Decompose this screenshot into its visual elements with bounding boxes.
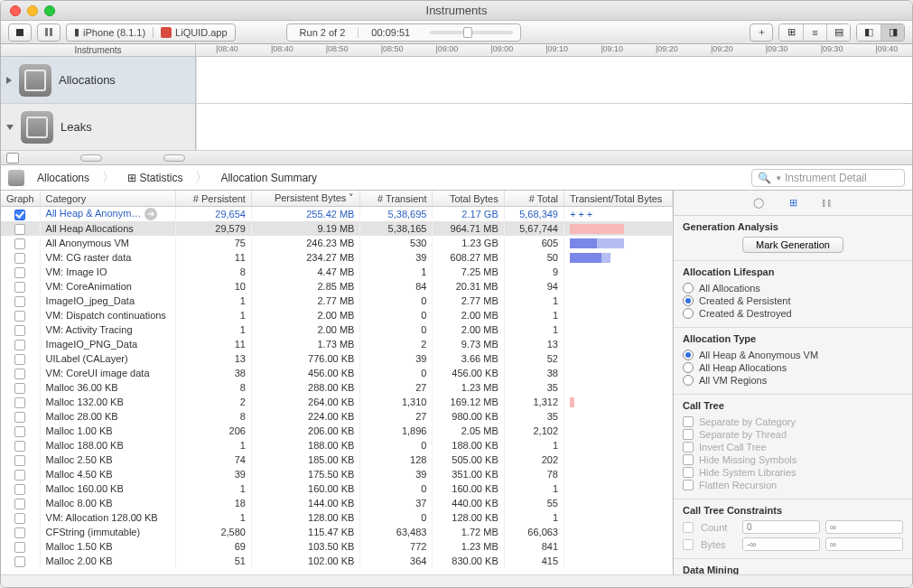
strategy-view-2[interactable]: ≡	[803, 24, 826, 41]
column-header[interactable]: Transient/Total Bytes	[564, 191, 673, 207]
column-header[interactable]: Persistent Bytes ˅	[251, 191, 360, 207]
table-row[interactable]: All Heap & Anonym…➜29,654255.42 MB5,38,6…	[1, 207, 673, 222]
run-label[interactable]: Run 2 of 2	[287, 27, 359, 38]
disclosure-icon[interactable]	[6, 125, 14, 130]
table-row[interactable]: Malloc 132.00 KB2264.00 KB1,310169.12 MB…	[1, 395, 673, 409]
radio-option[interactable]: All Allocations	[683, 282, 903, 294]
strategy-view-1[interactable]: ⊞	[779, 24, 803, 41]
graph-checkbox[interactable]	[14, 542, 25, 553]
graph-checkbox[interactable]	[14, 296, 25, 307]
toggle-left-panel[interactable]: ◧	[857, 24, 880, 41]
column-header[interactable]: Category	[40, 191, 175, 207]
table-row[interactable]: Malloc 4.50 KB39175.50 KB39351.00 KB78	[1, 467, 673, 481]
graph-checkbox[interactable]	[14, 340, 25, 350]
table-row[interactable]: Malloc 8.00 KB18144.00 KB37440.00 KB55	[1, 496, 673, 510]
graph-checkbox[interactable]	[14, 224, 25, 235]
constraint-min-input[interactable]	[742, 520, 820, 534]
table-row[interactable]: All Anonymous VM75246.23 MB5301.23 GB605	[1, 236, 673, 250]
graph-checkbox[interactable]	[14, 426, 25, 437]
inspector-tab-extended[interactable]: ⫿⫿	[820, 195, 834, 210]
table-row[interactable]: All Heap Allocations29,5799.19 MB5,38,16…	[1, 221, 673, 236]
column-header[interactable]: Graph	[1, 191, 40, 207]
crumb-instrument[interactable]: Allocations	[30, 172, 97, 184]
record-stop-button[interactable]	[8, 23, 32, 42]
inspector-tab-record[interactable]: ◯	[751, 195, 766, 210]
column-header[interactable]: # Transient	[360, 191, 433, 207]
inspector-tab-display[interactable]: ⊞	[786, 195, 800, 210]
table-row[interactable]: UILabel (CALayer)13776.00 KB393.66 MB52	[1, 351, 673, 366]
constraint-max-input[interactable]	[825, 537, 903, 551]
table-row[interactable]: Malloc 1.50 KB69103.50 KB7721.23 MB841	[1, 539, 673, 554]
table-row[interactable]: VM: Image IO84.47 MB17.25 MB9	[1, 265, 673, 279]
mini-pill-2[interactable]	[163, 154, 185, 162]
table-row[interactable]: Malloc 28.00 KB8224.00 KB27980.00 KB35	[1, 409, 673, 424]
graph-checkbox[interactable]	[14, 383, 25, 394]
radio-option[interactable]: All VM Regions	[683, 374, 903, 387]
graph-checkbox[interactable]	[14, 527, 25, 538]
table-row[interactable]: Malloc 2.50 KB74185.00 KB128505.00 KB202	[1, 453, 673, 467]
track-allocations[interactable]: Allocations	[1, 57, 912, 104]
table-row[interactable]: VM: Allocation 128.00 KB1128.00 KB0128.0…	[1, 510, 673, 525]
table-row[interactable]: ImageIO_PNG_Data111.73 MB29.73 MB13	[1, 337, 673, 351]
radio-option[interactable]: Created & Persistent	[683, 294, 903, 307]
column-header[interactable]: # Total	[504, 191, 564, 207]
table-row[interactable]: CFString (immutable)2,580115.47 KB63,483…	[1, 525, 673, 539]
pause-button[interactable]	[37, 23, 61, 42]
graph-checkbox[interactable]	[14, 282, 25, 293]
search-input[interactable]: 🔍▾ Instrument Detail	[751, 169, 905, 187]
graph-checkbox[interactable]	[14, 470, 25, 481]
toggle-right-panel[interactable]: ◨	[880, 24, 904, 41]
constraint-min-input[interactable]	[742, 537, 820, 551]
track-graph-area[interactable]	[196, 104, 912, 150]
graph-checkbox[interactable]	[14, 412, 25, 423]
graph-checkbox[interactable]	[14, 499, 25, 509]
chevron-down-icon[interactable]: ▾	[777, 173, 781, 182]
table-row[interactable]: VM: Activity Tracing12.00 MB02.00 MB1	[1, 322, 673, 337]
add-instrument-button[interactable]: ＋	[750, 23, 773, 42]
graph-checkbox[interactable]	[14, 455, 25, 466]
table-row[interactable]: Malloc 160.00 KB1160.00 KB0160.00 KB1	[1, 481, 673, 496]
strategy-view-3[interactable]: ▤	[826, 24, 850, 41]
graph-checkbox[interactable]	[14, 325, 25, 336]
table-row[interactable]: VM: Dispatch continuations12.00 MB02.00 …	[1, 308, 673, 322]
crumb-view[interactable]: ⊞ Statistics	[120, 172, 190, 184]
constraint-max-input[interactable]	[825, 520, 903, 534]
graph-checkbox[interactable]	[14, 441, 25, 452]
horizontal-scrollbar[interactable]	[1, 574, 912, 587]
timeline-zoom-slider[interactable]	[430, 31, 512, 34]
go-icon[interactable]: ➜	[144, 208, 157, 220]
graph-checkbox[interactable]	[14, 397, 25, 408]
mini-view-icon[interactable]	[6, 153, 19, 163]
graph-checkbox[interactable]	[14, 513, 25, 524]
constraint-checkbox[interactable]	[683, 522, 694, 533]
table-row[interactable]: Malloc 36.00 KB8288.00 KB271.23 MB35	[1, 380, 673, 395]
table-row[interactable]: Malloc 1.00 KB206206.00 KB1,8962.05 MB2,…	[1, 424, 673, 438]
graph-checkbox[interactable]	[14, 369, 25, 379]
table-row[interactable]: Malloc 2.00 KB51102.00 KB364830.00 KB415	[1, 554, 673, 568]
graph-checkbox[interactable]	[14, 253, 25, 264]
radio-option[interactable]: Created & Destroyed	[683, 307, 903, 320]
timeline-ruler[interactable]: |08:40|08:40|08:50|08:50|09:00|09:00|09:…	[196, 44, 912, 56]
graph-checkbox[interactable]	[14, 556, 25, 567]
graph-checkbox[interactable]	[14, 311, 25, 322]
mini-pill-1[interactable]	[80, 154, 102, 162]
crumb-summary[interactable]: Allocation Summary	[213, 172, 324, 184]
graph-checkbox[interactable]	[14, 354, 25, 365]
track-leaks[interactable]: Leaks	[1, 104, 912, 151]
graph-checkbox[interactable]	[14, 484, 25, 495]
table-row[interactable]: VM: CG raster data11234.27 MB39608.27 MB…	[1, 250, 673, 265]
column-header[interactable]: # Persistent	[175, 191, 251, 207]
table-row[interactable]: Malloc 188.00 KB1188.00 KB0188.00 KB1	[1, 438, 673, 453]
graph-checkbox[interactable]	[14, 267, 25, 278]
disclosure-icon[interactable]	[6, 77, 12, 84]
track-graph-area[interactable]	[196, 57, 912, 103]
mark-generation-button[interactable]: Mark Generation	[742, 237, 843, 253]
graph-checkbox[interactable]	[14, 238, 25, 249]
radio-option[interactable]: All Heap Allocations	[683, 361, 903, 374]
column-header[interactable]: Total Bytes	[433, 191, 504, 207]
constraint-checkbox[interactable]	[683, 539, 694, 550]
table-row[interactable]: VM: CoreAnimation102.85 MB8420.31 MB94	[1, 279, 673, 294]
graph-checkbox[interactable]	[14, 210, 25, 220]
target-selector[interactable]: ▮iPhone (8.1.1) LiQUID.app	[66, 23, 236, 42]
table-row[interactable]: VM: CoreUI image data38456.00 KB0456.00 …	[1, 366, 673, 380]
